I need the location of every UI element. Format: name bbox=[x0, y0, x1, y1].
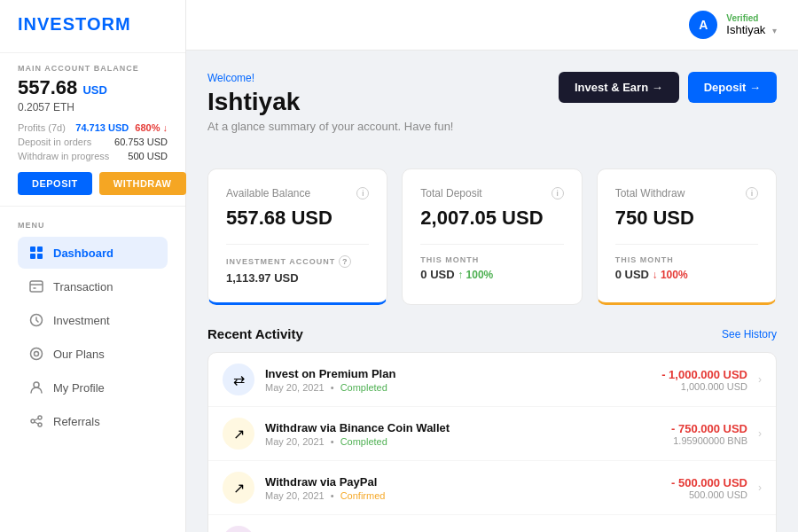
account-section: MAIN ACCOUNT BALANCE 557.68 USD 0.2057 E… bbox=[0, 52, 185, 207]
main-balance: 557.68 USD bbox=[18, 76, 168, 99]
username-text: Ishtiyak bbox=[726, 23, 765, 36]
user-info: A Verified Ishtiyak ▾ bbox=[689, 11, 777, 39]
logo-text: INVEST bbox=[18, 14, 87, 34]
deposit-main-button[interactable]: Deposit → bbox=[688, 72, 777, 103]
deposit-orders-row: Deposit in orders 60.753 USD bbox=[18, 137, 168, 147]
activity-title: Recent Activity bbox=[207, 326, 303, 341]
chevron-down-icon[interactable]: ▾ bbox=[772, 26, 777, 35]
svg-point-10 bbox=[34, 382, 39, 387]
activity-item[interactable]: ↗ Withdraw via Binance Coin Wallet May 2… bbox=[208, 407, 776, 461]
card-value: 750 USD bbox=[615, 207, 758, 230]
sidebar-item-label: Investment bbox=[53, 314, 110, 327]
sidebar-item-label: Dashboard bbox=[53, 246, 113, 260]
dashboard-content: Welcome! Ishtiyak At a glance summary of… bbox=[186, 51, 798, 532]
see-history-link[interactable]: See History bbox=[722, 328, 777, 340]
svg-rect-4 bbox=[30, 281, 43, 292]
page-title: Ishtiyak bbox=[207, 88, 453, 116]
activity-item[interactable]: ↗ Withdraw via PayPal May 20, 2021 • Con… bbox=[208, 461, 776, 515]
svg-point-9 bbox=[35, 352, 39, 356]
sidebar-item-label: Referrals bbox=[53, 415, 100, 428]
menu-label: MENU bbox=[18, 221, 168, 230]
card-label-text: Total Deposit bbox=[420, 187, 481, 200]
svg-point-8 bbox=[31, 348, 43, 360]
svg-line-14 bbox=[35, 419, 38, 420]
available-balance-card: Available Balance i 557.68 USD INVESTMEN… bbox=[207, 168, 387, 305]
info-icon[interactable]: i bbox=[552, 187, 564, 200]
activity-info: Withdraw via PayPal May 20, 2021 • Confi… bbox=[265, 475, 671, 501]
svg-rect-3 bbox=[37, 254, 43, 259]
activity-header: Recent Activity See History bbox=[207, 326, 777, 341]
sidebar-item-investment[interactable]: Investment bbox=[18, 304, 168, 336]
sidebar-item-profile[interactable]: My Profile bbox=[18, 372, 168, 403]
activity-info: Invest on Standard Plan May 20, 2021 • C… bbox=[265, 529, 671, 533]
activity-amount: - 500.000 USD 500.000 USD bbox=[671, 476, 747, 500]
username-display: Ishtiyak ▾ bbox=[726, 23, 777, 36]
page-subtitle: At a glance summary of your account. Hav… bbox=[207, 120, 453, 133]
invest-earn-button[interactable]: Invest & Earn → bbox=[559, 72, 679, 103]
action-buttons: DEPOSIT WITHDRAW bbox=[18, 172, 168, 195]
activity-icon: ↗ bbox=[223, 472, 254, 504]
plans-icon bbox=[28, 346, 44, 362]
investment-icon bbox=[28, 312, 44, 328]
activity-item[interactable]: ⇄ Invest on Standard Plan May 20, 2021 •… bbox=[208, 515, 776, 532]
sidebar-item-label: Our Plans bbox=[53, 348, 105, 361]
svg-rect-1 bbox=[37, 246, 43, 252]
svg-point-11 bbox=[31, 419, 35, 423]
info-icon[interactable]: i bbox=[356, 187, 369, 200]
activity-amount: - 750.000 USD 1.95900000 BNB bbox=[671, 422, 747, 446]
activity-icon: ⇄ bbox=[223, 364, 254, 395]
card-label-text: Available Balance bbox=[226, 187, 310, 200]
avatar: A bbox=[689, 11, 717, 39]
top-action-buttons: Invest & Earn → Deposit → bbox=[559, 72, 777, 103]
dashboard-icon bbox=[28, 245, 44, 261]
activity-icon: ↗ bbox=[223, 418, 254, 450]
sidebar-item-plans[interactable]: Our Plans bbox=[18, 338, 168, 370]
footer-info-icon[interactable]: ? bbox=[339, 255, 351, 268]
transaction-icon bbox=[28, 278, 44, 294]
referrals-icon bbox=[28, 413, 44, 429]
page-header: Welcome! Ishtiyak At a glance summary of… bbox=[207, 72, 453, 151]
total-deposit-card: Total Deposit i 2,007.05 USD THIS MONTH … bbox=[402, 168, 582, 305]
user-details: Verified Ishtiyak ▾ bbox=[726, 13, 777, 36]
total-withdraw-card: Total Withdraw i 750 USD THIS MONTH 0 US… bbox=[597, 168, 777, 305]
welcome-text: Welcome! bbox=[207, 72, 453, 84]
main-content: A Verified Ishtiyak ▾ Welcome! Ishtiyak … bbox=[186, 0, 798, 532]
activity-item[interactable]: ⇄ Invest on Premium Plan May 20, 2021 • … bbox=[208, 353, 776, 407]
card-value: 557.68 USD bbox=[226, 207, 369, 230]
sidebar-item-label: Transaction bbox=[53, 280, 113, 293]
deposit-button[interactable]: DEPOSIT bbox=[18, 172, 92, 195]
svg-rect-2 bbox=[30, 254, 35, 259]
verified-badge: Verified bbox=[726, 13, 777, 23]
sidebar-item-dashboard[interactable]: Dashboard bbox=[18, 237, 168, 269]
svg-point-12 bbox=[38, 416, 42, 419]
chevron-right-icon: › bbox=[758, 373, 762, 386]
logo: INVESTORM bbox=[0, 14, 185, 52]
account-label: MAIN ACCOUNT BALANCE bbox=[18, 64, 168, 73]
activity-list: ⇄ Invest on Premium Plan May 20, 2021 • … bbox=[207, 352, 777, 532]
info-icon[interactable]: i bbox=[746, 187, 758, 200]
activity-amount: - 1,000.000 USD 1,000.000 USD bbox=[661, 368, 747, 392]
card-value: 2,007.05 USD bbox=[420, 207, 563, 230]
activity-info: Invest on Premium Plan May 20, 2021 • Co… bbox=[265, 367, 661, 393]
withdraw-progress-row: Withdraw in progress 500 USD bbox=[18, 151, 168, 161]
svg-rect-0 bbox=[30, 246, 35, 252]
menu-section: MENU Dashboard Transaction Investment Ou… bbox=[0, 207, 185, 446]
profile-icon bbox=[28, 379, 44, 395]
withdraw-button[interactable]: WITHDRAW bbox=[99, 172, 186, 195]
chevron-right-icon: › bbox=[758, 481, 762, 494]
sidebar-item-transaction[interactable]: Transaction bbox=[18, 270, 168, 302]
activity-icon: ⇄ bbox=[223, 526, 254, 532]
sidebar-item-referrals[interactable]: Referrals bbox=[18, 405, 168, 437]
sidebar: INVESTORM MAIN ACCOUNT BALANCE 557.68 US… bbox=[0, 0, 186, 532]
header: A Verified Ishtiyak ▾ bbox=[186, 0, 798, 51]
card-label-text: Total Withdraw bbox=[615, 187, 685, 200]
eth-balance: 0.2057 ETH bbox=[18, 101, 168, 113]
logo-highlight: ORM bbox=[87, 14, 131, 34]
activity-info: Withdraw via Binance Coin Wallet May 20,… bbox=[265, 421, 671, 447]
chevron-right-icon: › bbox=[758, 427, 762, 440]
svg-line-15 bbox=[35, 422, 38, 424]
svg-point-13 bbox=[38, 423, 42, 426]
sidebar-item-label: My Profile bbox=[53, 381, 105, 395]
balance-cards: Available Balance i 557.68 USD INVESTMEN… bbox=[207, 168, 777, 305]
card-footer-value: 1,113.97 USD bbox=[226, 271, 369, 285]
